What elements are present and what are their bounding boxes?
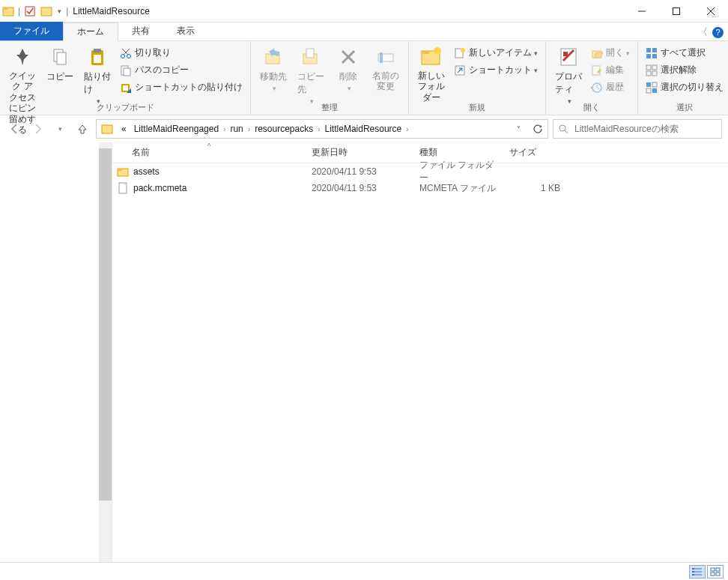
svg-rect-46 [652,71,657,76]
close-button[interactable] [694,0,728,22]
breadcrumb-item[interactable]: LittleMaidReengaged [130,124,222,134]
tab-file[interactable]: ファイル [0,22,63,40]
new-item-button[interactable]: 新しいアイテム [451,45,541,61]
help-icon[interactable]: ? [712,27,724,38]
ribbon-group-organize: 移動先 コピー先 削除 名前の 変更 整理 [251,41,409,115]
scrollbar-thumb[interactable] [99,148,112,501]
breadcrumb-root[interactable]: « [118,124,130,134]
search-box[interactable] [553,119,722,139]
file-date: 2020/04/11 9:53 [306,183,413,193]
qat-checkbox-icon[interactable] [24,5,36,17]
qat-dropdown-icon[interactable]: ▾ [58,7,61,15]
refresh-button[interactable] [528,120,547,138]
qat-folder-icon[interactable] [40,5,52,17]
back-button[interactable] [6,120,24,138]
open-button[interactable]: 開く [588,45,633,61]
forward-button[interactable] [28,120,46,138]
edit-icon [591,64,603,76]
label: 名前の 変更 [372,70,399,92]
scrollbar[interactable] [99,142,112,562]
svg-rect-63 [711,568,715,571]
tab-view[interactable]: 表示 [163,22,208,40]
paste-button[interactable]: 貼り付け [79,43,115,106]
rename-button[interactable]: 名前の 変更 [368,43,404,94]
table-row[interactable]: pack.mcmeta2020/04/11 9:53MCMETA ファイル1 K… [112,180,728,196]
maximize-button[interactable] [659,0,694,22]
svg-rect-27 [380,52,383,63]
shortcut-button[interactable]: ショートカット [451,62,541,78]
svg-rect-55 [118,169,122,171]
tab-home[interactable]: ホーム [63,22,118,41]
newitem-icon [454,47,466,59]
label: 開く [606,46,624,59]
separator-icon: | [66,6,68,16]
file-type: MCMETA ファイル [413,182,503,195]
select-all-button[interactable]: すべて選択 [643,45,727,61]
moveto-icon [261,45,285,69]
svg-line-7 [707,7,715,15]
navigation-pane[interactable] [0,142,112,562]
properties-button[interactable]: プロパティ [550,43,586,106]
column-size[interactable]: サイズ [503,146,566,159]
svg-rect-35 [563,52,568,56]
group-label: 選択 [643,102,727,114]
svg-rect-49 [646,88,651,93]
select-none-button[interactable]: 選択解除 [643,62,727,78]
chevron-right-icon[interactable]: › [405,125,409,133]
svg-rect-42 [652,54,657,58]
svg-rect-44 [652,65,657,70]
column-type[interactable]: 種類 [413,146,503,159]
rename-icon [374,45,398,69]
recent-dropdown-icon[interactable]: ▾ [51,120,69,138]
tab-share[interactable]: 共有 [118,22,163,40]
history-icon [591,82,603,94]
cut-button[interactable]: 切り取り [117,45,246,61]
svg-line-6 [707,7,715,15]
column-headers: ^名前 更新日時 種類 サイズ [112,142,728,163]
svg-rect-3 [41,7,52,16]
up-button[interactable] [73,120,91,138]
group-label: 新規 [413,102,541,114]
column-name[interactable]: ^名前 [112,146,306,159]
paste-shortcut-button[interactable]: ショートカットの貼り付け [117,79,246,95]
copy-icon [48,45,72,69]
column-date[interactable]: 更新日時 [306,146,413,159]
address-box[interactable]: « LittleMaidReengaged › run › resourcepa… [96,119,548,139]
breadcrumb-item[interactable]: resourcepacks [251,124,317,134]
selectall-icon [646,47,658,59]
copy-path-button[interactable]: パスのコピー [117,62,246,78]
svg-rect-40 [652,48,657,52]
view-details-button[interactable] [689,565,706,579]
history-button[interactable]: 履歴 [588,79,633,95]
svg-rect-23 [306,49,314,58]
breadcrumb-item[interactable]: run [226,124,246,134]
minimize-button[interactable] [625,0,659,22]
svg-rect-9 [57,52,66,64]
svg-rect-47 [646,82,651,87]
svg-rect-61 [692,571,694,573]
selectinvert-icon [646,82,658,94]
breadcrumb-item[interactable]: LittleMaidResource [321,124,406,134]
address-dropdown-icon[interactable]: ˅ [509,120,528,138]
ribbon-group-open: プロパティ 開く 編集 履歴 開く [546,41,638,115]
ribbon-tabs: ファイル ホーム 共有 表示 〈 ? [0,22,728,41]
new-folder-button[interactable]: 新しい フォルダー [413,43,449,104]
open-icon [591,47,603,59]
table-row[interactable]: assets2020/04/11 9:53ファイル フォルダー [112,163,728,180]
select-invert-button[interactable]: 選択の切り替え [643,79,727,95]
label: プロパティ [555,70,582,96]
search-input[interactable] [573,123,717,135]
file-date: 2020/04/11 9:53 [306,166,413,177]
delete-button[interactable]: 削除 [330,43,366,94]
copy-button[interactable]: コピー [42,43,78,85]
group-label: 整理 [255,102,404,114]
file-name: pack.mcmeta [133,183,186,193]
svg-rect-2 [25,7,34,16]
copyto-button[interactable]: コピー先 [293,43,329,106]
moveto-button[interactable]: 移動先 [255,43,291,94]
collapse-ribbon-icon[interactable]: 〈 [698,25,708,39]
selectnone-icon [646,64,658,76]
view-large-button[interactable] [707,565,724,579]
file-size: 1 KB [503,183,566,193]
edit-button[interactable]: 編集 [588,62,633,78]
